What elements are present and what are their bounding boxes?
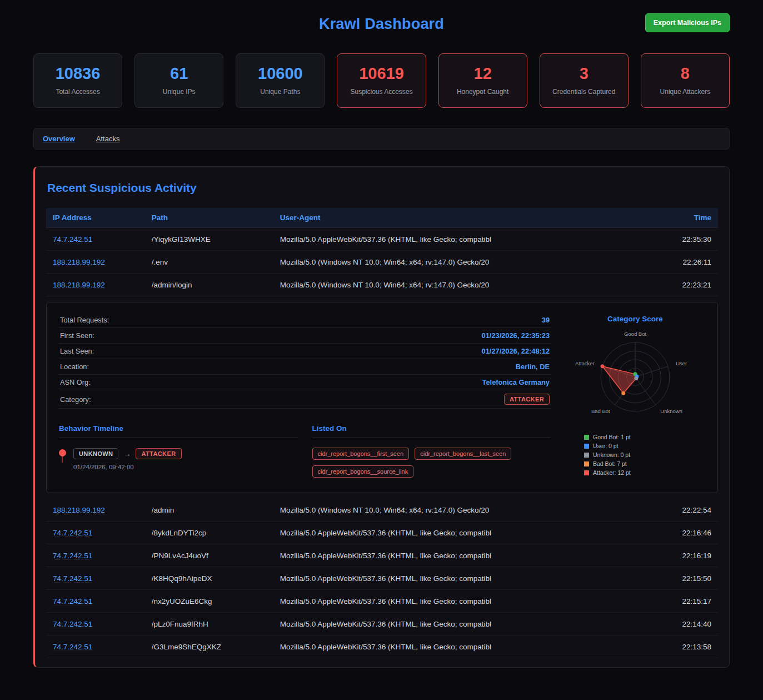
table-row: 74.7.242.51/pLz0Fnua9fRhHMozilla/5.0 App… — [46, 613, 718, 636]
column-header-time: Time — [639, 214, 711, 222]
legend-swatch — [584, 470, 589, 475]
timeline-marker-icon — [59, 449, 66, 456]
user-agent-cell: Mozilla/5.0 AppleWebKit/537.36 (KHTML, l… — [280, 529, 639, 537]
table-row: 188.218.99.192/adminMozilla/5.0 (Windows… — [46, 499, 718, 522]
detail-field: Total Requests:39 — [59, 312, 551, 328]
svg-text:Attacker: Attacker — [575, 360, 595, 366]
detail-fields: Total Requests:39First Seen:01/23/2026, … — [59, 312, 551, 390]
stat-value: 12 — [442, 64, 523, 83]
user-agent-cell: Mozilla/5.0 AppleWebKit/537.36 (KHTML, l… — [280, 552, 639, 560]
stat-card-unique-ips: 61Unique IPs — [134, 53, 223, 108]
path-cell: /G3Lme9ShEQgXKZ — [152, 643, 280, 651]
timeline-to-badge: ATTACKER — [136, 448, 181, 459]
time-cell: 22:22:54 — [639, 506, 711, 514]
ip-link[interactable]: 74.7.242.51 — [53, 643, 92, 651]
legend-label: Unknown: 0 pt — [593, 451, 630, 458]
ip-link[interactable]: 74.7.242.51 — [53, 597, 92, 605]
field-label: Location: — [60, 363, 89, 371]
svg-text:User: User — [676, 360, 687, 366]
tab-overview[interactable]: Overview — [43, 135, 75, 143]
stat-label: Credentials Captured — [543, 88, 625, 96]
legend-item: Attacker: 12 pt — [584, 469, 631, 476]
ip-detail-panel: Total Requests:39First Seen:01/23/2026, … — [46, 302, 718, 493]
stat-card-suspicious-accesses: 10619Suspicious Accesses — [337, 53, 426, 108]
timeline-content: UNKNOWN → ATTACKER 01/24/2026, 09:42:00 — [73, 448, 182, 470]
table-row: 74.7.242.51/8ykdLnDYTi2cpMozilla/5.0 App… — [46, 522, 718, 544]
export-malicious-ips-button[interactable]: Export Malicious IPs — [645, 13, 730, 32]
stat-card-credentials-captured: 3Credentials Captured — [540, 53, 629, 108]
field-value: Telefonica Germany — [482, 378, 550, 386]
ip-cell: 74.7.242.51 — [53, 529, 152, 537]
time-cell: 22:16:46 — [639, 529, 711, 537]
listed-on-section: Listed On cidr_report_bogons__first_seen… — [312, 424, 551, 478]
listed-on-badge: cidr_report_bogons__source_link — [312, 465, 414, 478]
field-label: Last Seen: — [60, 347, 94, 355]
path-cell: /admin/login — [152, 281, 280, 289]
time-cell: 22:35:30 — [639, 235, 711, 244]
listed-on-title: Listed On — [312, 424, 551, 438]
path-cell: /8ykdLnDYTi2cp — [152, 529, 280, 537]
time-cell: 22:13:58 — [639, 643, 711, 651]
stat-value: 10836 — [37, 64, 118, 83]
stat-label: Unique Attackers — [645, 88, 726, 96]
category-badge: ATTACKER — [504, 394, 550, 405]
ip-link[interactable]: 188.218.99.192 — [53, 506, 105, 514]
ip-link[interactable]: 74.7.242.51 — [53, 574, 92, 583]
ip-link[interactable]: 188.218.99.192 — [53, 258, 105, 266]
panel-title: Recent Suspicious Activity — [47, 181, 717, 195]
detail-field: Last Seen:01/27/2026, 22:48:12 — [59, 344, 551, 359]
legend-swatch — [584, 453, 589, 458]
stat-card-unique-attackers: 8Unique Attackers — [641, 53, 730, 108]
ip-link[interactable]: 74.7.242.51 — [53, 235, 92, 244]
detail-columns: Behavior Timeline UNKNOWN → ATTACKER — [59, 424, 551, 478]
ip-cell: 74.7.242.51 — [53, 552, 152, 560]
user-agent-cell: Mozilla/5.0 AppleWebKit/537.36 (KHTML, l… — [280, 574, 639, 583]
timeline-date: 01/24/2026, 09:42:00 — [73, 464, 182, 470]
field-value: 01/23/2026, 22:35:23 — [482, 331, 550, 340]
path-cell: /admin — [152, 506, 280, 514]
ip-link[interactable]: 74.7.242.51 — [53, 529, 92, 537]
detail-field: ASN Org:Telefonica Germany — [59, 375, 551, 390]
time-cell: 22:15:17 — [639, 597, 711, 605]
stat-value: 8 — [645, 64, 726, 83]
chart-title: Category Score — [607, 315, 663, 323]
ip-link[interactable]: 74.7.242.51 — [53, 620, 92, 628]
table-row: 188.218.99.192/.envMozilla/5.0 (Windows … — [46, 251, 718, 274]
tab-attacks[interactable]: Attacks — [96, 135, 120, 143]
page-title: Krawl Dashboard — [33, 9, 730, 33]
column-header-ip: IP Address — [53, 214, 152, 222]
field-value: 39 — [542, 316, 550, 324]
field-value: Berlin, DE — [516, 363, 550, 371]
ip-cell: 74.7.242.51 — [53, 574, 152, 583]
time-cell: 22:15:50 — [639, 574, 711, 583]
category-score-chart: Category Score Good BotUserUnknownBad Bo… — [565, 312, 705, 478]
path-cell: /PN9LvAcJ4uoVf — [152, 552, 280, 560]
path-cell: /nx2yUOZuE6Ckg — [152, 597, 280, 605]
legend-item: Good Bot: 1 pt — [584, 434, 631, 440]
table-header-row: IP Address Path User-Agent Time — [46, 208, 718, 228]
legend-swatch — [584, 444, 589, 449]
stats-row: 10836Total Accesses61Unique IPs10600Uniq… — [33, 53, 730, 108]
radar-chart: Good BotUserUnknownBad BotAttacker — [568, 324, 702, 427]
detail-field: First Seen:01/23/2026, 22:35:23 — [59, 328, 551, 344]
svg-text:Bad Bot: Bad Bot — [591, 408, 610, 414]
category-label: Category: — [60, 395, 91, 404]
path-cell: /YiqykGI13WHXE — [152, 235, 280, 244]
path-cell: /K8HQq9hAipeDX — [152, 574, 280, 583]
ip-cell: 188.218.99.192 — [53, 258, 152, 266]
listed-on-badge: cidr_report_bogons__first_seen — [312, 448, 410, 460]
stat-value: 10600 — [240, 64, 321, 83]
ip-link[interactable]: 74.7.242.51 — [53, 552, 92, 560]
rows-top: 74.7.242.51/YiqykGI13WHXEMozilla/5.0 App… — [46, 228, 718, 296]
user-agent-cell: Mozilla/5.0 AppleWebKit/537.36 (KHTML, l… — [280, 620, 639, 628]
app-header: Krawl Dashboard Export Malicious IPs — [33, 9, 730, 43]
stat-label: Unique IPs — [138, 88, 220, 96]
user-agent-cell: Mozilla/5.0 AppleWebKit/537.36 (KHTML, l… — [280, 643, 639, 651]
ip-link[interactable]: 188.218.99.192 — [53, 281, 105, 289]
time-cell: 22:16:19 — [639, 552, 711, 560]
detail-field: Location:Berlin, DE — [59, 359, 551, 375]
field-label: Total Requests: — [60, 316, 109, 324]
legend-label: User: 0 pt — [593, 443, 619, 449]
legend-swatch — [584, 435, 589, 440]
table-row: 188.218.99.192/admin/loginMozilla/5.0 (W… — [46, 274, 718, 296]
